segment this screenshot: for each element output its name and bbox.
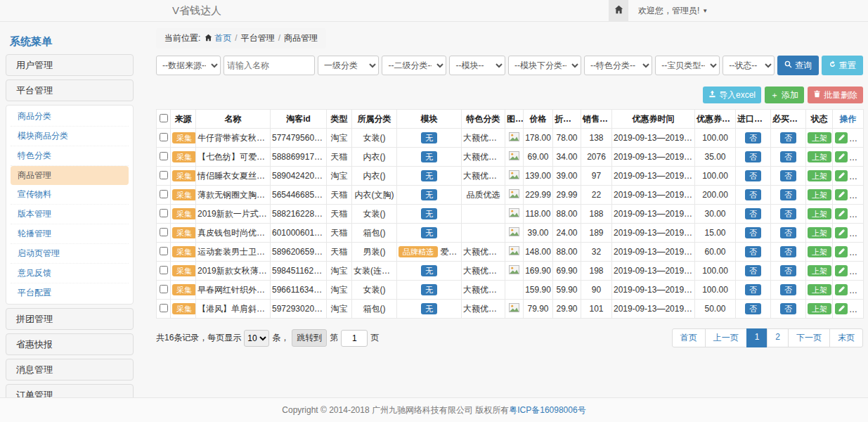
import-pick-badge[interactable]: 否	[745, 208, 761, 219]
sidebar-item-商品管理[interactable]: 商品管理	[11, 166, 129, 185]
pager-item-2[interactable]: 2	[767, 328, 789, 347]
import-pick-badge[interactable]: 否	[745, 132, 761, 143]
page-number-input[interactable]	[341, 330, 368, 347]
row-checkbox[interactable]	[160, 171, 168, 179]
sidebar-item-平台配置[interactable]: 平台配置	[11, 283, 129, 302]
column-header-优惠券时间: 优惠券时间	[612, 110, 695, 129]
edit-button[interactable]	[835, 303, 848, 314]
edit-button[interactable]	[835, 132, 848, 143]
row-checkbox[interactable]	[160, 133, 168, 141]
reset-button[interactable]: 重置	[822, 56, 863, 75]
module-cell: 无	[397, 148, 462, 167]
must-buy-badge[interactable]: 否	[780, 170, 796, 181]
pager-item-末页[interactable]: 末页	[829, 328, 863, 347]
pager-item-首页[interactable]: 首页	[672, 328, 706, 347]
row-checkbox[interactable]	[160, 304, 168, 312]
sidebar-group-平台管理[interactable]: 平台管理	[6, 79, 134, 101]
jump-button[interactable]: 跳转到	[292, 329, 327, 347]
import-pick-badge[interactable]: 否	[745, 246, 761, 257]
status-badge[interactable]: 上架	[808, 151, 831, 162]
filter-select-模块[interactable]: --模块--	[449, 56, 505, 75]
must-buy-badge[interactable]: 否	[780, 151, 796, 162]
filter-select-状态[interactable]: --状态--	[723, 56, 775, 75]
status-badge[interactable]: 上架	[808, 303, 831, 314]
filter-select-模块下分类[interactable]: --模块下分类--	[508, 56, 581, 75]
sidebar-item-特色分类[interactable]: 特色分类	[11, 146, 129, 166]
import-pick-badge[interactable]: 否	[745, 265, 761, 276]
status-badge[interactable]: 上架	[808, 284, 831, 295]
must-buy-badge[interactable]: 否	[780, 246, 796, 257]
sidebar-group-用户管理[interactable]: 用户管理	[6, 54, 134, 76]
import-pick-badge[interactable]: 否	[745, 170, 761, 181]
import-pick-badge[interactable]: 否	[745, 151, 761, 162]
pager-item-上一页[interactable]: 上一页	[705, 328, 747, 347]
row-checkbox[interactable]	[160, 266, 168, 274]
pager-item-下一页[interactable]: 下一页	[788, 328, 830, 347]
feature-category-cell: 大额优惠券	[462, 243, 505, 262]
per-page-select[interactable]: 10	[244, 330, 269, 347]
sidebar-item-意见反馈[interactable]: 意见反馈	[11, 264, 129, 283]
status-badge[interactable]: 上架	[808, 265, 831, 276]
status-badge[interactable]: 上架	[808, 208, 831, 219]
row-checkbox[interactable]	[160, 247, 168, 255]
filter-select-宝贝类型[interactable]: --宝贝类型--	[655, 56, 720, 75]
must-buy-badge[interactable]: 否	[780, 132, 796, 143]
name-search-input[interactable]	[224, 56, 315, 75]
row-checkbox[interactable]	[160, 152, 168, 160]
filter-select-特色分类[interactable]: --特色分类--	[584, 56, 652, 75]
edit-button[interactable]	[835, 265, 848, 276]
sidebar-item-商品分类[interactable]: 商品分类	[11, 107, 129, 127]
type-cell: 天猫	[327, 186, 352, 205]
sidebar-group-省惠快报[interactable]: 省惠快报	[6, 333, 134, 355]
import-excel-button[interactable]: 导入excel	[703, 87, 761, 103]
edit-button[interactable]	[835, 227, 848, 238]
filter-select-一级分类[interactable]: 一级分类	[318, 56, 379, 75]
user-menu[interactable]: 欢迎您，管理员! ▼	[638, 5, 708, 17]
pager-item-1[interactable]: 1	[746, 328, 768, 347]
breadcrumb-item-首页[interactable]: 首页	[214, 33, 231, 43]
edit-button[interactable]	[835, 151, 848, 162]
home-button[interactable]	[609, 0, 628, 21]
import-pick-badge[interactable]: 否	[745, 227, 761, 238]
edit-button[interactable]	[835, 208, 848, 219]
sidebar-group-拼团管理[interactable]: 拼团管理	[6, 308, 134, 330]
sidebar-item-轮播管理[interactable]: 轮播管理	[11, 224, 129, 244]
filter-select-二级分类[interactable]: --二级分类--	[382, 56, 446, 75]
add-button[interactable]: ＋ 添加	[765, 87, 804, 103]
status-badge[interactable]: 上架	[808, 132, 831, 143]
table-header-row: 来源名称淘客id类型所属分类模块特色分类图标价格折后价销售数量优惠券时间优惠券金…	[157, 110, 864, 129]
select-all-checkbox[interactable]	[160, 114, 168, 122]
status-badge[interactable]: 上架	[808, 246, 831, 257]
status-badge[interactable]: 上架	[808, 170, 831, 181]
must-buy-badge[interactable]: 否	[780, 265, 796, 276]
row-checkbox[interactable]	[160, 209, 168, 217]
edit-button[interactable]	[835, 170, 848, 181]
edit-button[interactable]	[835, 284, 848, 295]
row-checkbox[interactable]	[160, 190, 168, 198]
must-buy-badge[interactable]: 否	[780, 208, 796, 219]
sidebar-item-模块商品分类[interactable]: 模块商品分类	[11, 127, 129, 146]
import-pick-badge[interactable]: 否	[745, 189, 761, 200]
must-buy-badge[interactable]: 否	[780, 284, 796, 295]
edit-button[interactable]	[835, 246, 848, 257]
module-cell: 无	[397, 300, 462, 319]
must-buy-badge[interactable]: 否	[780, 189, 796, 200]
row-checkbox[interactable]	[160, 285, 168, 293]
icp-link[interactable]: 粤ICP备16098006号	[509, 405, 585, 415]
edit-button[interactable]	[835, 189, 848, 200]
must-buy-badge[interactable]: 否	[780, 303, 796, 314]
batch-delete-button[interactable]: 批量删除	[808, 87, 863, 103]
sidebar-item-版本管理[interactable]: 版本管理	[11, 205, 129, 224]
must-buy-badge[interactable]: 否	[780, 227, 796, 238]
status-badge[interactable]: 上架	[808, 189, 831, 200]
sidebar-item-启动页管理[interactable]: 启动页管理	[11, 244, 129, 264]
sidebar-item-宣传物料[interactable]: 宣传物料	[11, 185, 129, 205]
import-pick-badge[interactable]: 否	[745, 303, 761, 314]
coupon-time-cell: 2019-09-13—2019-09-17	[612, 262, 695, 281]
row-checkbox[interactable]	[160, 228, 168, 236]
query-button[interactable]: 查询	[777, 56, 819, 75]
status-badge[interactable]: 上架	[808, 227, 831, 238]
filter-select-数据来源[interactable]: --数据来源--	[156, 56, 221, 75]
import-pick-badge[interactable]: 否	[745, 284, 761, 295]
sidebar-group-消息管理[interactable]: 消息管理	[6, 359, 134, 381]
